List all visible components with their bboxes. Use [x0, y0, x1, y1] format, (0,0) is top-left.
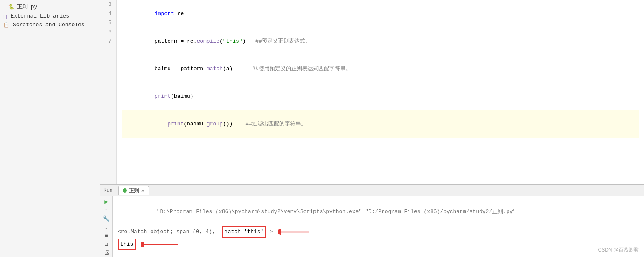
console-output: "D:\Program Files (x86)\pycharm\study2\v…	[113, 196, 644, 257]
this-boxed-text: this	[118, 239, 136, 250]
arrow-1	[278, 226, 311, 238]
code-line-6: print(baimu)	[122, 83, 639, 110]
library-icon: |||	[3, 14, 7, 19]
sidebar-item-external-libraries[interactable]: ||| External Libraries	[0, 12, 100, 20]
match-boxed-text: match='this'	[222, 226, 266, 238]
code-editor: 3 4 5 6 7 import re pattern = re.compile…	[100, 0, 644, 257]
line-numbers: 3 4 5 6 7	[100, 0, 117, 184]
sidebar-lib-label: External Libraries	[11, 13, 69, 19]
run-button[interactable]: ▶	[102, 198, 111, 205]
run-tab-bar: Run: 正则 ✕	[100, 185, 644, 196]
arrow-2	[141, 238, 182, 251]
command-line: "D:\Program Files (x86)\pycharm\study2\v…	[118, 198, 639, 226]
run-tab-close[interactable]: ✕	[141, 188, 144, 194]
run-tab-name: 正则	[129, 187, 139, 194]
run-panel: Run: 正则 ✕ ▶ ↑ 🔧 ↓ ≡ ⊟ 🖨	[100, 184, 644, 257]
run-label: Run:	[104, 188, 116, 193]
sidebar-file-label: 正则.py	[17, 3, 37, 10]
python-file-icon: 🐍	[8, 4, 15, 10]
code-line-7: print(baimu.group()) ##过滤出匹配的字符串。	[122, 110, 639, 138]
sidebar: 🐍 正则.py ||| External Libraries 📋 Scratch…	[0, 0, 100, 257]
code-line-3: import re	[122, 0, 639, 28]
scroll-up-button[interactable]: ↑	[102, 207, 111, 214]
command-text: "D:\Program Files (x86)\pycharm\study2\v…	[157, 209, 516, 215]
sidebar-item-scratches[interactable]: 📋 Scratches and Consoles	[0, 20, 100, 29]
code-line-5: baimu = pattern.match(a) ##使用预定义的正则表达式匹配…	[122, 55, 639, 83]
output-line-2: this	[118, 238, 639, 251]
sidebar-scratch-label: Scratches and Consoles	[13, 22, 85, 28]
run-tab-icon	[123, 188, 127, 193]
settings-button[interactable]: 🔧	[102, 215, 111, 222]
output-suffix: >	[269, 227, 273, 237]
run-tab[interactable]: 正则 ✕	[118, 186, 149, 195]
align-button2[interactable]: ⊟	[102, 241, 111, 248]
align-left-button[interactable]: ≡	[102, 232, 111, 239]
code-lines[interactable]: import re pattern = re.compile("this") #…	[117, 0, 644, 184]
print-button[interactable]: 🖨	[102, 249, 111, 256]
code-content[interactable]: 3 4 5 6 7 import re pattern = re.compile…	[100, 0, 644, 184]
scratch-icon: 📋	[3, 22, 9, 28]
output-line-1: <re.Match object; span=(0, 4), match='th…	[118, 226, 639, 238]
watermark: CSDN @百慕卿君	[598, 247, 639, 254]
output-prefix: <re.Match object; span=(0, 4),	[118, 227, 219, 237]
code-line-4: pattern = re.compile("this") ##预定义正则表达式。	[122, 28, 639, 55]
scroll-down-button[interactable]: ↓	[102, 224, 111, 231]
panel-body: ▶ ↑ 🔧 ↓ ≡ ⊟ 🖨 "D:\Program Files (x86)\py…	[100, 196, 644, 257]
sidebar-item-file[interactable]: 🐍 正则.py	[0, 2, 100, 12]
panel-toolbar: ▶ ↑ 🔧 ↓ ≡ ⊟ 🖨	[100, 196, 113, 257]
